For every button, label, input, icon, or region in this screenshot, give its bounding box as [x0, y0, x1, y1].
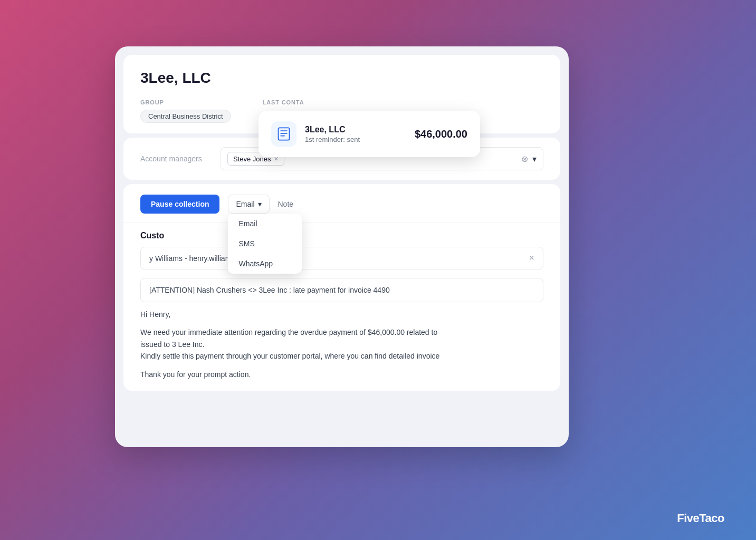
company-title: 3Lee, LLC [140, 70, 543, 86]
dropdown-item-whatsapp[interactable]: WhatsApp [228, 254, 302, 274]
channel-selector[interactable]: Email ▾ Email SMS WhatsApp [228, 195, 269, 214]
dropdown-item-email[interactable]: Email [228, 214, 302, 234]
channel-chevron-icon: ▾ [258, 200, 262, 208]
channel-dropdown: Email SMS WhatsApp [228, 214, 302, 274]
chevron-down-icon[interactable]: ▾ [532, 154, 537, 164]
email-body-line2: issued to 3 Lee Inc. [140, 340, 204, 349]
group-badge: Central Business District [140, 110, 231, 123]
managers-label: Account managers [140, 155, 204, 163]
contact-remove-icon[interactable]: × [529, 253, 534, 264]
email-thanks: Thank you for your prompt action. [140, 369, 543, 380]
svg-rect-0 [279, 128, 290, 140]
pause-collection-button[interactable]: Pause collection [140, 195, 219, 214]
invoice-icon [271, 121, 296, 147]
channel-button[interactable]: Email ▾ [228, 195, 269, 214]
section-label: Custo [140, 231, 543, 240]
note-button[interactable]: Note [278, 200, 294, 208]
group-label: GROUP [140, 99, 231, 105]
email-greeting: Hi Henry, [140, 308, 543, 320]
invoice-amount: $46,000.00 [415, 128, 467, 140]
email-body-line1: We need your immediate attention regardi… [140, 328, 437, 336]
group-section: GROUP Central Business District [140, 99, 231, 123]
invoice-card: 3Lee, LLC 1st reminder: sent $46,000.00 [259, 111, 480, 157]
clear-icon[interactable]: ⊗ [521, 154, 528, 164]
email-paragraph: We need your immediate attention regardi… [140, 326, 543, 362]
email-body: Hi Henry, We need your immediate attenti… [140, 308, 543, 380]
contact-chip: y Williams - henry.williams@threelee.com… [140, 247, 543, 269]
branding: FiveTaco [677, 512, 724, 525]
select-actions: ⊗ ▾ [521, 154, 537, 164]
email-body-line3: Kindly settle this payment through your … [140, 352, 439, 360]
brand-name: FiveTaco [677, 512, 724, 525]
invoice-company: 3Lee, LLC [305, 125, 406, 134]
dropdown-item-sms[interactable]: SMS [228, 234, 302, 254]
divider [123, 222, 560, 223]
action-bar: Pause collection Email ▾ Email SMS Whats… [140, 195, 543, 214]
last-contact-label: LAST CONTA [263, 99, 304, 105]
invoice-status: 1st reminder: sent [305, 136, 406, 143]
channel-selected-label: Email [236, 200, 254, 208]
email-subject: [ATTENTION] Nash Crushers <> 3Lee Inc : … [140, 278, 543, 302]
bottom-area: Pause collection Email ▾ Email SMS Whats… [123, 184, 560, 391]
main-card: 3Lee, LLC GROUP Central Business Distric… [115, 46, 569, 447]
invoice-info: 3Lee, LLC 1st reminder: sent [305, 125, 406, 143]
